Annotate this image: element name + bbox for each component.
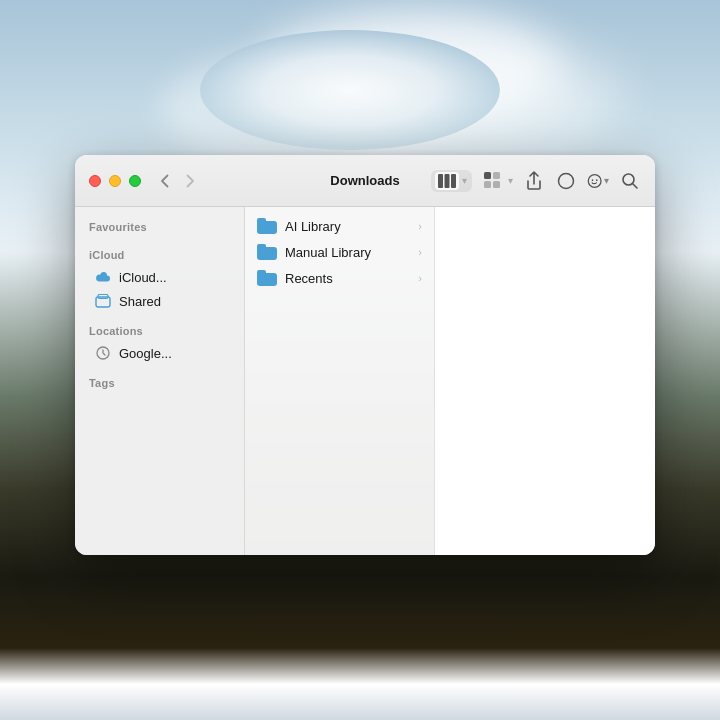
action-chevron-icon: ▾ (604, 175, 609, 186)
shared-label: Shared (119, 294, 161, 309)
chevron-right-icon: › (418, 272, 422, 284)
file-name: AI Library (285, 219, 410, 234)
favourites-label: Favourites (75, 217, 244, 237)
main-content: AI Library › Manual Library › Recents › (245, 207, 655, 555)
svg-line-12 (633, 183, 638, 188)
minimize-button[interactable] (109, 175, 121, 187)
close-button[interactable] (89, 175, 101, 187)
back-button[interactable] (153, 170, 175, 192)
toolbar: Downloads ▾ (141, 170, 655, 192)
svg-rect-1 (445, 174, 450, 188)
folder-icon (257, 270, 277, 286)
toolbar-icons: ▾ ▾ (431, 170, 641, 192)
svg-point-7 (559, 173, 574, 188)
file-panel: AI Library › Manual Library › Recents › (245, 207, 435, 555)
icloud-drive-label: iCloud... (119, 270, 167, 285)
sidebar-section-locations: Locations Google... (75, 321, 244, 365)
icloud-icon (95, 269, 111, 285)
sidebar: Favourites iCloud iCloud... (75, 207, 245, 555)
grid-view-button[interactable] (482, 170, 504, 192)
chevron-right-icon: › (418, 246, 422, 258)
chevron-right-icon: › (418, 220, 422, 232)
sidebar-section-icloud: iCloud iCloud... (75, 245, 244, 313)
list-item[interactable]: Recents › (245, 265, 434, 291)
sidebar-item-shared[interactable]: Shared (81, 289, 238, 313)
google-label: Google... (119, 346, 172, 361)
action-button[interactable]: ▾ (587, 170, 609, 192)
title-bar: Downloads ▾ (75, 155, 655, 207)
view-chevron-icon: ▾ (461, 175, 468, 186)
nav-buttons (153, 170, 201, 192)
window-title: Downloads (330, 173, 399, 188)
grid-chevron-icon: ▾ (508, 175, 513, 186)
maximize-button[interactable] (129, 175, 141, 187)
svg-rect-5 (484, 181, 491, 188)
sidebar-item-google[interactable]: Google... (81, 341, 238, 365)
forward-button[interactable] (179, 170, 201, 192)
view-toggle: ▾ (431, 170, 472, 192)
svg-point-10 (596, 179, 598, 181)
share-button[interactable] (523, 170, 545, 192)
finder-window: Downloads ▾ (75, 155, 655, 555)
google-icon (95, 345, 111, 361)
svg-rect-6 (493, 181, 500, 188)
file-name: Recents (285, 271, 410, 286)
sidebar-section-favourites: Favourites (75, 217, 244, 237)
svg-point-9 (592, 179, 594, 181)
icloud-section-label: iCloud (75, 245, 244, 265)
folder-icon (257, 218, 277, 234)
finder-body: Favourites iCloud iCloud... (75, 207, 655, 555)
locations-label: Locations (75, 321, 244, 341)
tag-button[interactable] (555, 170, 577, 192)
svg-rect-2 (451, 174, 456, 188)
traffic-lights (75, 175, 141, 187)
svg-rect-3 (484, 172, 491, 179)
tags-label: Tags (75, 373, 244, 393)
file-name: Manual Library (285, 245, 410, 260)
list-item[interactable]: Manual Library › (245, 239, 434, 265)
list-item[interactable]: AI Library › (245, 213, 434, 239)
sidebar-item-icloud[interactable]: iCloud... (81, 265, 238, 289)
columns-view-button[interactable] (435, 172, 459, 190)
shared-icon (95, 293, 111, 309)
folder-icon (257, 244, 277, 260)
search-button[interactable] (619, 170, 641, 192)
detail-panel (435, 207, 655, 555)
svg-point-8 (588, 174, 601, 187)
svg-rect-0 (438, 174, 443, 188)
sidebar-section-tags: Tags (75, 373, 244, 393)
svg-rect-4 (493, 172, 500, 179)
